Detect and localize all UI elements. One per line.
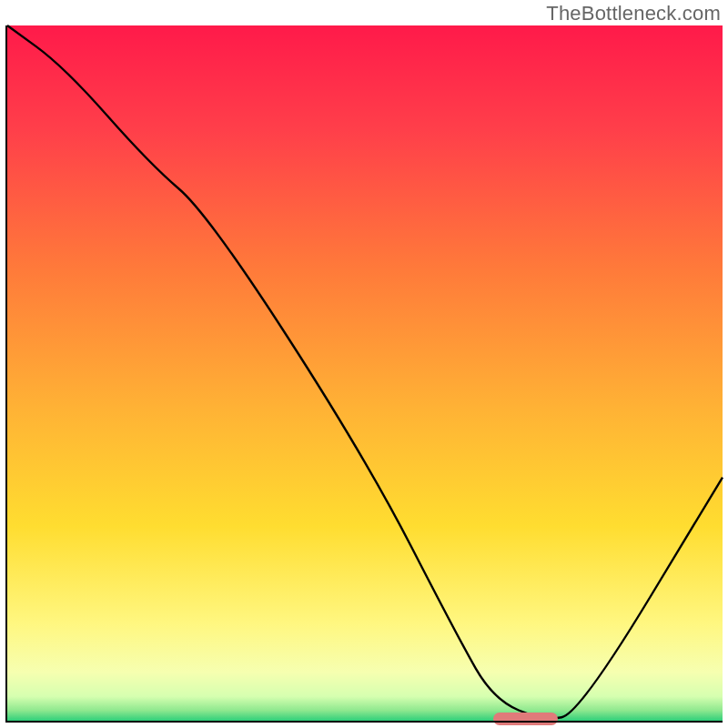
watermark-text: TheBottleneck.com bbox=[546, 2, 721, 25]
chart-frame: TheBottleneck.com bbox=[0, 0, 728, 728]
axes-border bbox=[5, 25, 723, 723]
